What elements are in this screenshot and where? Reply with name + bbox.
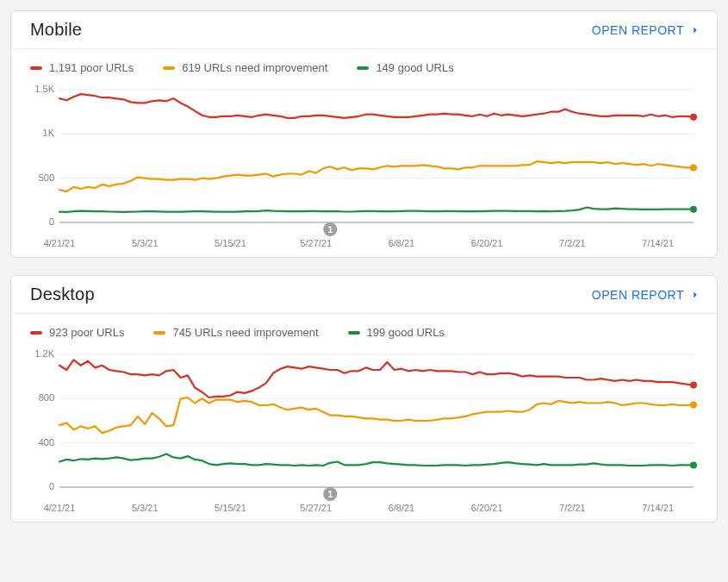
- svg-text:5/3/21: 5/3/21: [132, 503, 159, 513]
- legend-swatch-need-icon: [153, 331, 165, 335]
- svg-text:7/14/21: 7/14/21: [642, 238, 674, 248]
- svg-point-10: [690, 114, 697, 121]
- card-mobile: Mobile OPEN REPORT 1,191 poor URLs 619 U…: [10, 10, 718, 258]
- svg-text:1K: 1K: [43, 128, 55, 138]
- svg-text:5/27/21: 5/27/21: [300, 238, 332, 248]
- open-report-button[interactable]: OPEN REPORT: [592, 23, 701, 37]
- legend: 1,191 poor URLs 619 URLs need improvemen…: [11, 49, 717, 76]
- chevron-right-icon: [689, 289, 701, 301]
- legend-item-poor: 1,191 poor URLs: [30, 61, 134, 74]
- svg-text:5/3/21: 5/3/21: [132, 238, 159, 248]
- legend-swatch-good-icon: [348, 331, 360, 335]
- chart-mobile: 05001K1.5K14/21/215/3/215/15/215/27/216/…: [30, 81, 702, 253]
- svg-text:1.2K: 1.2K: [34, 348, 54, 359]
- open-report-label: OPEN REPORT: [592, 288, 684, 302]
- svg-text:6/20/21: 6/20/21: [471, 238, 503, 248]
- legend-item-need: 745 URLs need improvement: [153, 326, 318, 339]
- svg-text:5/15/21: 5/15/21: [215, 503, 246, 513]
- card-header: Mobile OPEN REPORT: [11, 11, 717, 49]
- legend-label-poor: 1,191 poor URLs: [49, 61, 134, 74]
- card-header: Desktop OPEN REPORT: [11, 276, 717, 314]
- legend-swatch-need-icon: [163, 66, 175, 70]
- legend-swatch-poor-icon: [30, 66, 42, 70]
- card-desktop: Desktop OPEN REPORT 923 poor URLs 745 UR…: [10, 275, 718, 523]
- svg-point-11: [690, 164, 697, 171]
- svg-point-35: [690, 461, 697, 468]
- open-report-label: OPEN REPORT: [592, 23, 684, 37]
- svg-point-34: [690, 401, 697, 408]
- legend-item-poor: 923 poor URLs: [30, 326, 124, 339]
- svg-text:5/15/21: 5/15/21: [215, 238, 246, 248]
- svg-text:6/20/21: 6/20/21: [471, 503, 503, 513]
- svg-point-33: [690, 382, 697, 389]
- card-title: Desktop: [30, 285, 95, 304]
- legend-swatch-poor-icon: [30, 331, 42, 335]
- legend-label-good: 199 good URLs: [367, 326, 445, 339]
- open-report-button[interactable]: OPEN REPORT: [592, 288, 701, 302]
- svg-text:4/21/21: 4/21/21: [44, 503, 76, 513]
- legend-item-good: 149 good URLs: [357, 61, 453, 74]
- svg-text:500: 500: [39, 172, 54, 183]
- svg-text:1: 1: [327, 490, 333, 499]
- legend-item-need: 619 URLs need improvement: [163, 61, 327, 74]
- svg-text:7/2/21: 7/2/21: [559, 503, 586, 513]
- chart-desktop: 04008001.2K14/21/215/3/215/15/215/27/216…: [30, 346, 702, 518]
- page-root: Mobile OPEN REPORT 1,191 poor URLs 619 U…: [0, 0, 728, 550]
- chevron-right-icon: [689, 24, 701, 36]
- legend: 923 poor URLs 745 URLs need improvement …: [11, 314, 717, 341]
- svg-text:400: 400: [39, 437, 54, 447]
- svg-text:0: 0: [49, 216, 54, 227]
- chart-container: 04008001.2K14/21/215/3/215/15/215/27/216…: [11, 341, 717, 522]
- svg-text:1.5K: 1.5K: [34, 84, 54, 94]
- svg-text:4/21/21: 4/21/21: [44, 238, 76, 248]
- legend-label-need: 745 URLs need improvement: [172, 326, 318, 339]
- svg-text:800: 800: [39, 392, 54, 403]
- svg-text:1: 1: [327, 225, 333, 235]
- svg-text:0: 0: [49, 481, 54, 491]
- legend-swatch-good-icon: [357, 66, 369, 70]
- chart-container: 05001K1.5K14/21/215/3/215/15/215/27/216/…: [11, 76, 717, 257]
- card-title: Mobile: [30, 20, 82, 40]
- legend-label-need: 619 URLs need improvement: [182, 61, 327, 74]
- legend-item-good: 199 good URLs: [348, 326, 445, 339]
- svg-text:6/8/21: 6/8/21: [389, 238, 415, 248]
- legend-label-poor: 923 poor URLs: [49, 326, 124, 339]
- legend-label-good: 149 good URLs: [376, 61, 453, 74]
- svg-point-12: [690, 206, 697, 213]
- svg-text:7/14/21: 7/14/21: [642, 503, 674, 513]
- svg-text:7/2/21: 7/2/21: [559, 238, 586, 248]
- svg-text:6/8/21: 6/8/21: [389, 503, 415, 513]
- svg-text:5/27/21: 5/27/21: [300, 503, 332, 513]
